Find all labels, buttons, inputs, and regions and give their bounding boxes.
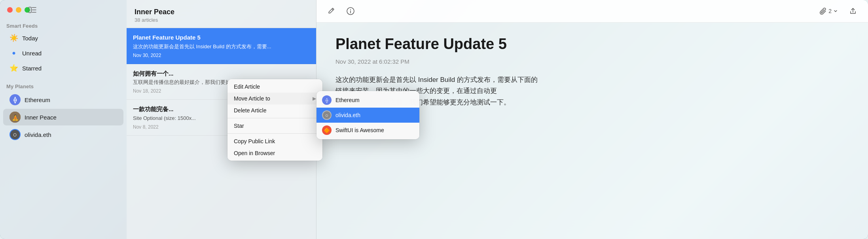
smart-feeds-label: Smart Feeds [0, 20, 127, 30]
detail-body-line1: 这次的功能更新会是首先以 Insider Build 的方式发布，需要从下面的 [335, 74, 849, 86]
today-icon: ☀️ [9, 34, 18, 42]
sidebar-item-inner-peace-label: Inner Peace [25, 114, 57, 121]
submenu-swiftui-label: SwiftUI is Awesome [335, 127, 384, 133]
context-menu-separator-1 [227, 118, 322, 118]
context-menu-open-in-browser-label: Open in Browser [234, 150, 275, 156]
submenu-olivida-avatar: ○ [322, 110, 332, 120]
my-planets-label: My Planets [0, 80, 127, 91]
sidebar-item-today[interactable]: ☀️ Today [3, 31, 123, 45]
attachment-button[interactable]: 2 [817, 6, 841, 16]
sidebar-item-starred[interactable]: ⭐ Starred [3, 61, 123, 75]
app-window: Smart Feeds ☀️ Today ● Unread ⭐ Starred … [0, 0, 868, 239]
detail-title: Planet Feature Update 5 [335, 35, 849, 53]
submenu-ethereum-avatar: ⟠ [322, 95, 332, 105]
submenu-item-ethereum[interactable]: ⟠ Ethereum [316, 93, 419, 108]
sidebar: Smart Feeds ☀️ Today ● Unread ⭐ Starred … [0, 0, 127, 239]
sidebar-item-starred-label: Starred [22, 65, 42, 72]
svg-point-8 [350, 9, 351, 10]
sidebar-item-olivida[interactable]: ○ olivida.eth [3, 126, 123, 143]
article-list-subtitle: 38 articles [135, 17, 308, 23]
context-menu: Edit Article Move Article to ▶ Delete Ar… [227, 79, 322, 161]
article-item-1-desc: 这次的功能更新会是首先以 Insider Build 的方式发布，需要... [133, 43, 310, 50]
inner-peace-avatar-img: 🧘 [9, 112, 21, 123]
share-button[interactable] [847, 6, 859, 17]
submenu-swiftui-avatar: 🔶 [322, 125, 332, 135]
toolbar-right-group: 2 [817, 6, 859, 17]
sidebar-item-ethereum-label: Ethereum [25, 97, 50, 103]
context-menu-edit-article[interactable]: Edit Article [227, 81, 322, 93]
submenu-ethereum-label: Ethereum [335, 97, 360, 103]
context-menu-open-in-browser[interactable]: Open in Browser [227, 147, 322, 159]
context-menu-copy-public-link-label: Copy Public Link [234, 138, 275, 144]
inner-peace-avatar: 🧘 [9, 112, 21, 123]
sidebar-toggle-icon [28, 7, 36, 13]
attachment-chevron-icon [833, 9, 838, 13]
detail-date: Nov 30, 2022 at 6:02:32 PM [335, 58, 849, 65]
minimize-button[interactable] [16, 7, 21, 13]
context-menu-star[interactable]: Star [227, 120, 322, 132]
context-menu-star-label: Star [234, 123, 244, 129]
context-menu-separator-2 [227, 133, 322, 134]
attachment-icon [820, 8, 827, 15]
ethereum-avatar: ⟠ [9, 94, 21, 105]
detail-toolbar: 2 [316, 0, 868, 23]
info-icon [346, 7, 355, 15]
sidebar-item-unread[interactable]: ● Unread [3, 46, 123, 60]
info-button[interactable] [345, 6, 356, 17]
submenu-chevron-icon: ▶ [313, 96, 316, 101]
article-item-2-title: 如何拥有一个... [133, 70, 310, 78]
article-item-1-title: Planet Feature Update 5 [133, 34, 310, 42]
unread-icon: ● [9, 49, 18, 57]
svg-rect-0 [28, 7, 31, 13]
submenu-item-swiftui[interactable]: 🔶 SwiftUI is Awesome [316, 123, 419, 138]
submenu-olivida-label: olivida.eth [335, 112, 360, 118]
article-item-1[interactable]: Planet Feature Update 5 这次的功能更新会是首先以 Ins… [127, 28, 316, 64]
context-menu-copy-public-link[interactable]: Copy Public Link [227, 135, 322, 147]
starred-icon: ⭐ [9, 64, 18, 72]
submenu-move-to: ⟠ Ethereum ○ olivida.eth 🔶 SwiftUI is Aw… [316, 91, 419, 139]
context-menu-delete-article[interactable]: Delete Article [227, 104, 322, 116]
toolbar-left-group [326, 6, 356, 17]
olivida-avatar: ○ [9, 129, 21, 140]
edit-article-button[interactable] [326, 6, 337, 17]
context-menu-edit-article-label: Edit Article [234, 83, 260, 90]
context-menu-delete-article-label: Delete Article [234, 107, 266, 114]
article-item-1-date: Nov 30, 2022 [133, 53, 310, 58]
sidebar-item-unread-label: Unread [22, 50, 42, 57]
sidebar-item-ethereum[interactable]: ⟠ Ethereum [3, 91, 123, 108]
context-menu-move-article[interactable]: Move Article to ▶ [227, 93, 322, 104]
sidebar-toggle-button[interactable] [27, 6, 38, 14]
submenu-item-olivida[interactable]: ○ olivida.eth [316, 108, 419, 123]
attachment-count: 2 [828, 8, 832, 14]
context-menu-move-article-label: Move Article to [234, 95, 270, 102]
sidebar-item-inner-peace[interactable]: 🧘 Inner Peace [3, 109, 123, 125]
article-list-header: Inner Peace 38 articles [127, 0, 316, 28]
article-list-title: Inner Peace [135, 8, 308, 16]
close-button[interactable] [7, 7, 13, 13]
sidebar-item-olivida-label: olivida.eth [25, 131, 51, 138]
sidebar-item-today-label: Today [22, 35, 38, 42]
svg-text:🧘: 🧘 [12, 114, 19, 121]
share-icon [849, 7, 857, 15]
edit-icon [327, 7, 336, 15]
